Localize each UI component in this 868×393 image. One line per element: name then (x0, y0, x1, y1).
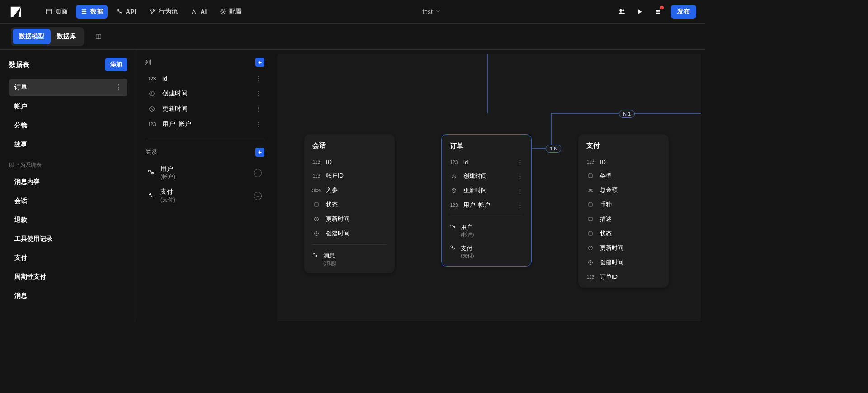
erd-column-row[interactable]: JSON入参 (307, 183, 392, 197)
more-vert-icon[interactable]: ⋮ (255, 90, 262, 97)
erd-card-session[interactable]: 会话 123ID 123帐户ID JSON入参 状态 更新时间 创建时间 消息 … (304, 134, 395, 273)
table-item-recurring-payment[interactable]: 周期性支付 (9, 268, 127, 285)
column-item[interactable]: 123 用户_帐户 ⋮ (145, 117, 264, 132)
erd-column-row[interactable]: 描述 (581, 212, 666, 226)
table-item-order[interactable]: 订单 ⋮ (9, 79, 127, 96)
erd-column-row[interactable]: 创建时间 (307, 226, 392, 241)
table-item-refund[interactable]: 退款 (9, 211, 127, 229)
more-vert-icon[interactable]: ⋮ (517, 187, 523, 194)
add-column-button[interactable]: + (255, 58, 264, 67)
erd-column-row[interactable]: 币种 (581, 197, 666, 212)
table-item-account[interactable]: 帐户 (9, 98, 127, 115)
relation-link-icon (450, 244, 455, 252)
table-item-tool-usage[interactable]: 工具使用记录 (9, 230, 127, 248)
erd-column-row[interactable]: 状态 (581, 226, 666, 241)
svg-rect-2 (82, 9, 87, 10)
docs-icon[interactable] (95, 33, 103, 41)
erd-canvas[interactable]: 1:N N:1 会话 123ID 123帐户ID JSON入参 状态 更新时间 … (277, 54, 701, 321)
erd-column-row[interactable]: 更新时间 (307, 212, 392, 226)
table-item-storyboard[interactable]: 分镜 (9, 117, 127, 134)
erd-column-row[interactable]: 创建时间 (581, 255, 666, 270)
more-vert-icon[interactable]: ⋮ (255, 75, 262, 82)
sub-toolbar: 数据模型 数据库 (0, 24, 705, 49)
publish-button[interactable]: 发布 (671, 5, 696, 19)
relation-item[interactable]: 支付 (支付) − (145, 184, 264, 207)
segment-data-model[interactable]: 数据模型 (13, 29, 51, 44)
more-vert-icon[interactable]: ⋮ (255, 105, 262, 112)
table-item-message[interactable]: 消息 (9, 287, 127, 304)
table-item-label: 消息内容 (14, 178, 40, 186)
erd-column-row[interactable]: 状态 (307, 197, 392, 212)
flow-icon (149, 8, 156, 15)
nav-item-config[interactable]: 配置 (215, 5, 246, 19)
nav-item-ai[interactable]: AI (186, 5, 211, 19)
add-relation-button[interactable]: + (255, 148, 264, 157)
erd-card-payment[interactable]: 支付 123ID 类型 .00总金额 币种 描述 状态 更新时间 创建时间 12… (578, 134, 669, 288)
erd-column-row[interactable]: 123帐户ID (307, 168, 392, 183)
column-label: 更新时间 (162, 105, 249, 113)
erd-column-row[interactable]: 更新时间 (581, 241, 666, 255)
nav-item-label: 配置 (229, 8, 242, 16)
remove-relation-button[interactable]: − (254, 169, 262, 177)
erd-relation-row[interactable]: 消息 (消息) (307, 248, 392, 270)
relation-label: 支付 (160, 188, 247, 196)
nav-item-label: API (126, 8, 136, 15)
project-selector[interactable]: test (246, 8, 617, 15)
column-item[interactable]: 创建时间 ⋮ (145, 86, 264, 101)
table-item-label: 订单 (14, 84, 27, 92)
notification-dot (660, 6, 664, 9)
erd-column-row[interactable]: 123ID (307, 155, 392, 168)
play-button[interactable] (635, 7, 645, 17)
erd-column-row[interactable]: 123订单ID (581, 270, 666, 284)
erd-column-label: 更新时间 (326, 215, 387, 223)
erd-column-row[interactable]: .00总金额 (581, 183, 666, 197)
nav-item-data[interactable]: 数据 (76, 5, 108, 19)
segment-database[interactable]: 数据库 (51, 29, 82, 44)
more-vert-icon[interactable]: ⋮ (255, 121, 262, 128)
logo[interactable] (9, 5, 23, 19)
svg-rect-16 (656, 13, 660, 14)
number-type-icon: 123 (148, 76, 156, 81)
table-item-session[interactable]: 会话 (9, 192, 127, 210)
remove-relation-button[interactable]: − (254, 192, 262, 200)
erd-relation-row[interactable]: 用户 (帐户) (444, 220, 528, 241)
nav-item-page[interactable]: 页面 (41, 5, 72, 19)
erd-column-row[interactable]: 123id⋮ (444, 156, 528, 169)
add-table-button[interactable]: 添加 (105, 58, 127, 71)
more-vert-icon[interactable]: ⋮ (517, 159, 523, 166)
erd-column-row[interactable]: 123ID (581, 155, 666, 168)
erd-column-label: 总金额 (600, 186, 660, 194)
nav-item-api[interactable]: API (111, 5, 141, 19)
erd-column-row[interactable]: 类型 (581, 168, 666, 183)
nav-item-flow[interactable]: 行为流 (144, 5, 182, 19)
table-item-message-content[interactable]: 消息内容 (9, 173, 127, 191)
table-item-story[interactable]: 故事 (9, 136, 127, 153)
more-vert-icon[interactable]: ⋮ (517, 202, 523, 209)
columns-panel: 列 + 123 id ⋮ 创建时间 ⋮ 更新时间 ⋮ 123 用户_帐户 (137, 50, 273, 321)
svg-rect-31 (453, 227, 455, 228)
relation-label: 用户 (160, 165, 247, 173)
number-type-icon: 123 (312, 173, 321, 178)
more-vert-icon[interactable]: ⋮ (115, 83, 122, 92)
users-button[interactable] (617, 7, 627, 17)
system-tables-list: 消息内容 会话 退款 工具使用记录 支付 周期性支付 消息 (9, 173, 127, 304)
table-item-label: 工具使用记录 (14, 235, 52, 243)
divider (450, 216, 523, 216)
datetime-type-icon (586, 260, 594, 265)
table-item-payment[interactable]: 支付 (9, 249, 127, 267)
erd-relation-row[interactable]: 支付 (支付) (444, 241, 528, 262)
notifications-button[interactable] (653, 7, 663, 17)
erd-relation-sub: (支付) (461, 253, 474, 259)
relation-item[interactable]: 用户 (帐户) − (145, 161, 264, 184)
column-item[interactable]: 123 id ⋮ (145, 71, 264, 86)
erd-card-order[interactable]: 订单 123id⋮ 创建时间⋮ 更新时间⋮ 123用户_帐户⋮ 用户 (帐户) (441, 134, 532, 267)
column-item[interactable]: 更新时间 ⋮ (145, 101, 264, 117)
columns-list: 123 id ⋮ 创建时间 ⋮ 更新时间 ⋮ 123 用户_帐户 ⋮ (145, 71, 264, 132)
erd-column-row[interactable]: 创建时间⋮ (444, 169, 528, 183)
more-vert-icon[interactable]: ⋮ (517, 173, 523, 180)
erd-column-row[interactable]: 更新时间⋮ (444, 183, 528, 198)
erd-column-row[interactable]: 123用户_帐户⋮ (444, 198, 528, 212)
erd-column-label: 更新时间 (600, 244, 660, 252)
relations-header: 关系 + (145, 148, 264, 157)
svg-rect-34 (589, 174, 592, 178)
